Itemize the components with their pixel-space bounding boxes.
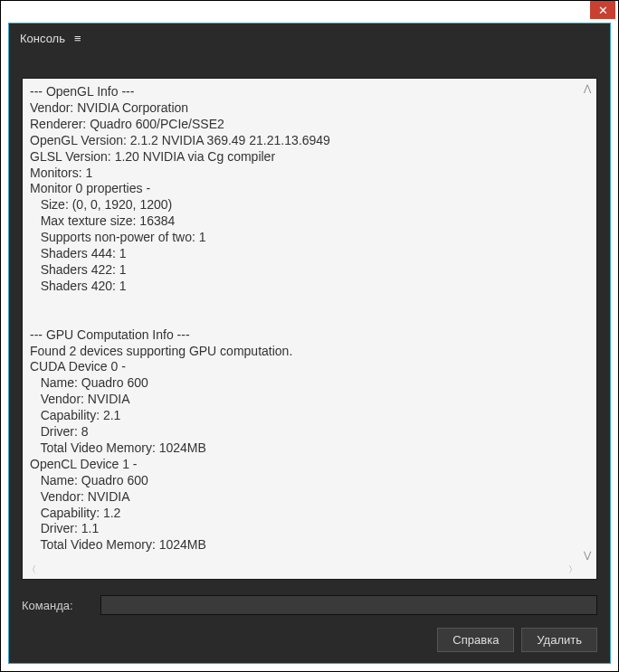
scroll-down-icon[interactable]: ⋁ (584, 550, 591, 560)
command-input[interactable] (100, 595, 597, 615)
help-button[interactable]: Справка (437, 628, 514, 652)
panel-header: Консоль ≡ (9, 24, 610, 52)
horizontal-scrollbar[interactable]: 〈 〉 (24, 563, 580, 577)
command-label: Команда: (22, 599, 90, 612)
console-output-area: --- OpenGL Info --- Vendor: NVIDIA Corpo… (22, 78, 597, 580)
scroll-up-icon[interactable]: ⋀ (584, 83, 591, 93)
panel-title: Консоль (20, 32, 65, 45)
console-text[interactable]: --- OpenGL Info --- Vendor: NVIDIA Corpo… (23, 79, 580, 563)
command-row: Команда: (22, 593, 597, 617)
button-row: Справка Удалить (437, 628, 597, 652)
close-icon: ✕ (598, 4, 608, 17)
scroll-right-icon[interactable]: 〉 (568, 563, 577, 576)
app-window: ✕ Консоль ≡ --- OpenGL Info --- Vendor: … (0, 0, 619, 672)
console-panel: Консоль ≡ --- OpenGL Info --- Vendor: NV… (8, 23, 611, 664)
vertical-scrollbar[interactable]: ⋀ ⋁ (580, 80, 595, 563)
close-button[interactable]: ✕ (590, 1, 615, 19)
delete-button[interactable]: Удалить (521, 628, 597, 652)
titlebar: ✕ (1, 1, 618, 23)
menu-icon[interactable]: ≡ (74, 32, 81, 45)
scroll-left-icon[interactable]: 〈 (27, 563, 36, 576)
